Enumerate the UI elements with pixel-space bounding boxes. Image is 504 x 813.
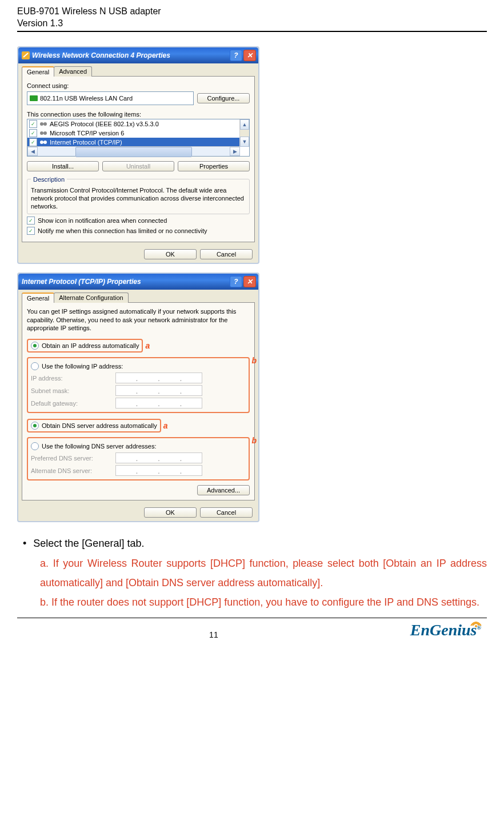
highlight-obtain-dns: Obtain DNS server address automatically	[27, 419, 161, 432]
protocol-icon	[39, 130, 47, 137]
tab-advanced[interactable]: Advanced	[54, 66, 92, 77]
header-product: EUB-9701 Wireless N USB adapter	[17, 6, 487, 18]
instruction-a: a. If your Wireless Router supports [DHC…	[40, 554, 487, 592]
scroll-right-icon[interactable]: ▶	[230, 147, 240, 156]
properties-button[interactable]: Properties	[178, 161, 250, 171]
header-rule	[17, 31, 487, 32]
brand-text: EnGenius	[410, 621, 477, 639]
footer-rule	[17, 618, 487, 618]
subnet-mask-label: Subnet mask:	[31, 387, 111, 394]
tab-general-1[interactable]: General	[22, 66, 54, 77]
install-button[interactable]: Install...	[27, 161, 99, 171]
tab-alternate[interactable]: Alternate Configuration	[54, 293, 129, 303]
help-button[interactable]: ?	[230, 276, 242, 287]
intro-text: You can get IP settings assigned automat…	[27, 307, 250, 332]
description-legend: Description	[31, 176, 67, 183]
gateway-label: Default gateway:	[31, 400, 111, 407]
cancel-button-1[interactable]: Cancel	[200, 249, 253, 259]
checkbox-icon[interactable]: ✓	[29, 120, 37, 128]
radio-obtain-dns[interactable]	[31, 422, 39, 430]
highlight-use-dns: Use the following DNS server addresses: …	[27, 437, 250, 480]
radio-use-dns[interactable]	[31, 442, 39, 450]
notify-checkbox[interactable]: ✓	[27, 227, 35, 235]
radio-obtain-ip-label: Obtain an IP address automatically	[42, 342, 139, 349]
bullet-text: Select the [General] tab.	[33, 534, 144, 553]
show-icon-checkbox[interactable]: ✓	[27, 217, 35, 225]
ok-button-1[interactable]: OK	[144, 249, 197, 259]
annotation-a-1: a	[145, 341, 150, 350]
checkbox-icon[interactable]: ✓	[29, 138, 37, 146]
highlight-use-ip: Use the following IP address: IP address…	[27, 357, 250, 413]
list-item-label: AEGIS Protocol (IEEE 802.1x) v3.5.3.0	[50, 121, 159, 127]
list-item[interactable]: ✓ Microsoft TCP/IP version 6	[27, 129, 249, 138]
components-listbox[interactable]: ✓ AEGIS Protocol (IEEE 802.1x) v3.5.3.0 …	[27, 119, 250, 157]
list-item-label: Internet Protocol (TCP/IP)	[50, 139, 122, 146]
checkbox-icon[interactable]: ✓	[29, 129, 37, 137]
protocol-icon	[39, 121, 47, 127]
radio-use-ip[interactable]	[31, 362, 39, 370]
pdns-label: Preferred DNS server:	[31, 455, 111, 462]
brand-logo: EnGenius®	[410, 621, 487, 639]
nic-icon	[30, 95, 38, 101]
dialog-title-2: Internet Protocol (TCP/IP) Properties	[22, 278, 141, 286]
scroll-left-icon[interactable]: ◀	[27, 147, 38, 156]
dialog-title-1: Wireless Network Connection 4 Properties	[32, 51, 170, 59]
svg-point-11	[475, 625, 477, 627]
page-number: 11	[17, 630, 410, 639]
advanced-button[interactable]: Advanced...	[197, 485, 250, 495]
svg-rect-1	[30, 95, 38, 101]
properties-dialog-2: Internet Protocol (TCP/IP) Properties ? …	[17, 273, 259, 522]
pdns-field[interactable]: ...	[115, 452, 202, 463]
description-text: Transmission Control Protocol/Internet P…	[31, 186, 246, 211]
scrollbar-horizontal[interactable]: ◀ ▶	[27, 146, 240, 156]
connect-using-label: Connect using:	[27, 82, 250, 89]
ip-address-label: IP address:	[31, 375, 111, 382]
close-button[interactable]: ✕	[243, 276, 256, 287]
cancel-button-2[interactable]: Cancel	[200, 507, 253, 518]
scroll-down-icon[interactable]: ▼	[240, 137, 249, 147]
uninstall-button: Uninstall	[102, 161, 174, 171]
annotation-b-1: b	[251, 356, 257, 365]
description-fieldset: Description Transmission Control Protoco…	[27, 176, 250, 215]
uses-label: This connection uses the following items…	[27, 111, 250, 118]
adns-label: Alternate DNS server:	[31, 467, 111, 474]
subnet-mask-field[interactable]: ...	[115, 385, 202, 396]
adapter-name: 802.11n USB Wireless LAN Card	[40, 95, 133, 102]
titlebar-1: Wireless Network Connection 4 Properties…	[18, 47, 258, 63]
ip-address-field[interactable]: ...	[115, 373, 202, 383]
wifi-icon	[470, 616, 482, 629]
list-item-label: Microsoft TCP/IP version 6	[50, 130, 124, 137]
protocol-icon	[39, 139, 47, 146]
notify-label: Notify me when this connection has limit…	[38, 227, 207, 234]
configure-button[interactable]: Configure...	[197, 93, 250, 103]
help-button[interactable]: ?	[230, 50, 242, 61]
wireless-icon	[22, 51, 30, 59]
list-item-selected[interactable]: ✓ Internet Protocol (TCP/IP)	[27, 138, 249, 147]
radio-use-dns-label: Use the following DNS server addresses:	[42, 443, 157, 450]
instruction-b: b. If the router does not support [DHCP]…	[40, 592, 487, 612]
radio-obtain-ip[interactable]	[31, 342, 39, 350]
scrollbar-vertical[interactable]: ▲ ▼	[239, 119, 249, 147]
show-icon-label: Show icon in notification area when conn…	[38, 217, 167, 224]
ok-button-2[interactable]: OK	[144, 507, 197, 518]
titlebar-2: Internet Protocol (TCP/IP) Properties ? …	[18, 274, 258, 290]
gateway-field[interactable]: ...	[115, 398, 202, 408]
adapter-field[interactable]: 802.11n USB Wireless LAN Card	[27, 91, 194, 105]
annotation-a-2: a	[163, 421, 168, 430]
list-item[interactable]: ✓ AEGIS Protocol (IEEE 802.1x) v3.5.3.0	[27, 119, 249, 129]
tab-general-2[interactable]: General	[22, 293, 54, 303]
scroll-thumb[interactable]	[75, 147, 192, 157]
close-button[interactable]: ✕	[243, 50, 256, 61]
radio-use-ip-label: Use the following IP address:	[42, 363, 123, 370]
scroll-up-icon[interactable]: ▲	[240, 119, 249, 130]
highlight-obtain-ip: Obtain an IP address automatically	[27, 339, 143, 353]
header-version: Version 1.3	[17, 18, 487, 30]
bullet-icon: •	[23, 534, 26, 553]
properties-dialog-1: Wireless Network Connection 4 Properties…	[17, 46, 259, 265]
adns-field[interactable]: ...	[115, 465, 202, 476]
radio-obtain-dns-label: Obtain DNS server address automatically	[42, 422, 157, 429]
annotation-b-2: b	[251, 436, 257, 445]
